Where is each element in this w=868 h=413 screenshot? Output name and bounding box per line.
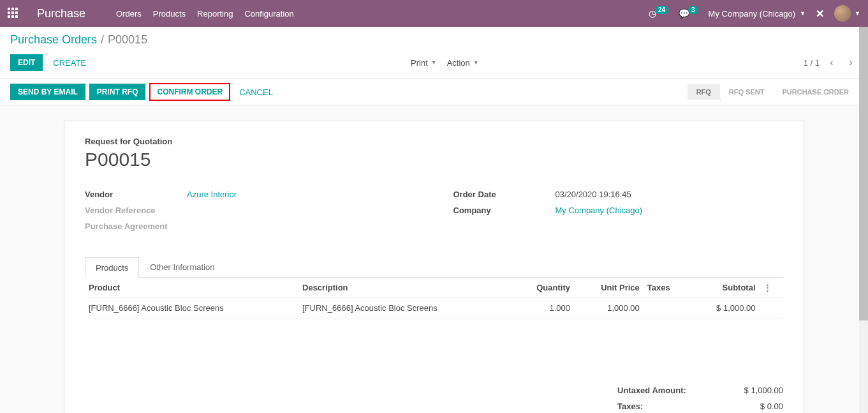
cell-taxes — [644, 298, 689, 319]
th-subtotal[interactable]: Subtotal — [689, 278, 760, 298]
action-label: Action — [447, 58, 470, 68]
untaxed-label: Untaxed Amount: — [617, 386, 686, 395]
th-product[interactable]: Product — [85, 278, 298, 298]
action-dropdown[interactable]: Action ▼ — [447, 58, 479, 68]
table-row[interactable]: [FURN_6666] Acoustic Bloc Screens [FURN_… — [85, 298, 783, 319]
menu-products[interactable]: Products — [153, 9, 186, 19]
vendor-value[interactable]: Azure Interior — [187, 190, 237, 199]
taxes-value: $ 0.00 — [760, 402, 783, 411]
order-date-row: Order Date 03/20/2020 19:16:45 — [453, 190, 784, 199]
cell-unit-price: 1,000.00 — [574, 298, 644, 319]
avatar — [834, 5, 851, 22]
confirm-order-button[interactable]: CONFIRM ORDER — [149, 83, 230, 101]
chevron-down-icon: ▼ — [855, 10, 860, 17]
status-purchase-order[interactable]: PURCHASE ORDER — [773, 84, 858, 100]
menu-configuration[interactable]: Configuration — [244, 9, 293, 19]
company-selector[interactable]: My Company (Chicago) ▼ — [709, 9, 805, 19]
totals: Untaxed Amount: $ 1,000.00 Taxes: $ 0.00… — [85, 382, 783, 413]
top-navbar: Purchase Orders Products Reporting Confi… — [0, 0, 868, 27]
th-taxes[interactable]: Taxes — [644, 278, 689, 298]
send-email-button[interactable]: SEND BY EMAIL — [10, 84, 85, 100]
order-number: P00015 — [85, 149, 783, 170]
order-lines-table: Product Description Quantity Unit Price … — [85, 278, 783, 319]
breadcrumb-bar: Purchase Orders / P00015 — [0, 27, 868, 47]
control-bar: EDIT CREATE Print ▼ Action ▼ 1 / 1 ‹ › — [0, 47, 868, 79]
cell-description: [FURN_6666] Acoustic Bloc Screens — [298, 298, 512, 319]
status-rfq-sent[interactable]: RFQ SENT — [720, 84, 774, 100]
pager-prev[interactable]: ‹ — [825, 56, 839, 70]
agreement-row: Purchase Agreement — [85, 222, 415, 231]
main-menu: Orders Products Reporting Configuration — [116, 9, 294, 19]
close-icon[interactable]: ✕ — [816, 8, 824, 20]
agreement-label: Purchase Agreement — [85, 222, 187, 231]
vendor-ref-row: Vendor Reference — [85, 206, 415, 215]
cell-options — [760, 298, 783, 319]
apps-icon[interactable] — [8, 8, 19, 19]
cell-product: [FURN_6666] Acoustic Bloc Screens — [85, 298, 298, 319]
status-bar: RFQ RFQ SENT PURCHASE ORDER — [688, 84, 858, 100]
chevron-down-icon: ▼ — [800, 10, 805, 17]
tabs: Products Other Information — [85, 257, 783, 278]
order-date-value: 03/20/2020 19:16:45 — [555, 190, 631, 199]
activity-count: 24 — [655, 6, 668, 14]
cell-quantity: 1.000 — [512, 298, 574, 319]
scrollbar-thumb[interactable] — [859, 27, 868, 320]
print-rfq-button[interactable]: PRINT RFQ — [89, 84, 146, 100]
action-buttons: SEND BY EMAIL PRINT RFQ CONFIRM ORDER CA… — [10, 83, 273, 101]
user-menu[interactable]: ▼ — [834, 5, 860, 22]
topbar-left: Purchase Orders Products Reporting Confi… — [8, 7, 294, 20]
company-name: My Company (Chicago) — [709, 9, 796, 19]
company-row: Company My Company (Chicago) — [453, 206, 784, 215]
vendor-label: Vendor — [85, 190, 187, 199]
field-col-left: Vendor Azure Interior Vendor Reference P… — [85, 190, 415, 237]
th-unit-price[interactable]: Unit Price — [574, 278, 644, 298]
chat-count: 3 — [688, 6, 698, 14]
pager-text: 1 / 1 — [804, 58, 820, 68]
menu-reporting[interactable]: Reporting — [197, 9, 233, 19]
control-left: EDIT CREATE — [10, 54, 86, 71]
th-quantity[interactable]: Quantity — [512, 278, 574, 298]
cell-subtotal: $ 1,000.00 — [689, 298, 760, 319]
chevron-down-icon: ▼ — [473, 59, 479, 66]
print-dropdown[interactable]: Print ▼ — [411, 58, 437, 68]
chevron-down-icon: ▼ — [431, 59, 437, 66]
vendor-row: Vendor Azure Interior — [85, 190, 415, 199]
pager-next[interactable]: › — [844, 56, 858, 70]
chat-indicator[interactable]: 💬 3 — [679, 8, 698, 19]
main-content: Request for Quotation P00015 Vendor Azur… — [0, 105, 868, 413]
app-title[interactable]: Purchase — [37, 7, 85, 20]
company-label: Company — [453, 206, 555, 215]
activity-indicator[interactable]: ◷ 24 — [649, 8, 668, 19]
form-card: Request for Quotation P00015 Vendor Azur… — [64, 121, 804, 413]
taxes-label: Taxes: — [617, 402, 643, 411]
company-value[interactable]: My Company (Chicago) — [555, 206, 643, 215]
scrollbar[interactable] — [859, 27, 868, 413]
create-button[interactable]: CREATE — [53, 58, 86, 68]
order-date-label: Order Date — [453, 190, 555, 199]
form-title-label: Request for Quotation — [85, 137, 783, 146]
status-rfq[interactable]: RFQ — [688, 84, 720, 100]
breadcrumb-sep: / — [101, 33, 104, 47]
control-right: 1 / 1 ‹ › — [804, 56, 858, 70]
th-options[interactable]: ⋮ — [760, 278, 783, 298]
form-fields: Vendor Azure Interior Vendor Reference P… — [85, 190, 783, 237]
print-label: Print — [411, 58, 428, 68]
breadcrumb: Purchase Orders / P00015 — [10, 33, 858, 47]
action-bar: SEND BY EMAIL PRINT RFQ CONFIRM ORDER CA… — [0, 79, 868, 105]
th-description[interactable]: Description — [298, 278, 512, 298]
menu-orders[interactable]: Orders — [116, 9, 142, 19]
cancel-button[interactable]: CANCEL — [239, 87, 273, 97]
topbar-right: ◷ 24 💬 3 My Company (Chicago) ▼ ✕ ▼ — [649, 5, 860, 22]
taxes-row: Taxes: $ 0.00 — [617, 398, 783, 413]
untaxed-row: Untaxed Amount: $ 1,000.00 — [617, 382, 783, 398]
untaxed-value: $ 1,000.00 — [744, 386, 783, 395]
breadcrumb-current: P00015 — [108, 33, 147, 47]
field-col-right: Order Date 03/20/2020 19:16:45 Company M… — [453, 190, 784, 237]
vendor-ref-label: Vendor Reference — [85, 206, 187, 215]
totals-inner: Untaxed Amount: $ 1,000.00 Taxes: $ 0.00… — [617, 382, 783, 413]
breadcrumb-parent[interactable]: Purchase Orders — [10, 33, 97, 47]
tab-other-info[interactable]: Other Information — [139, 257, 225, 277]
control-center: Print ▼ Action ▼ — [411, 58, 479, 68]
tab-products[interactable]: Products — [85, 257, 139, 278]
edit-button[interactable]: EDIT — [10, 54, 43, 71]
